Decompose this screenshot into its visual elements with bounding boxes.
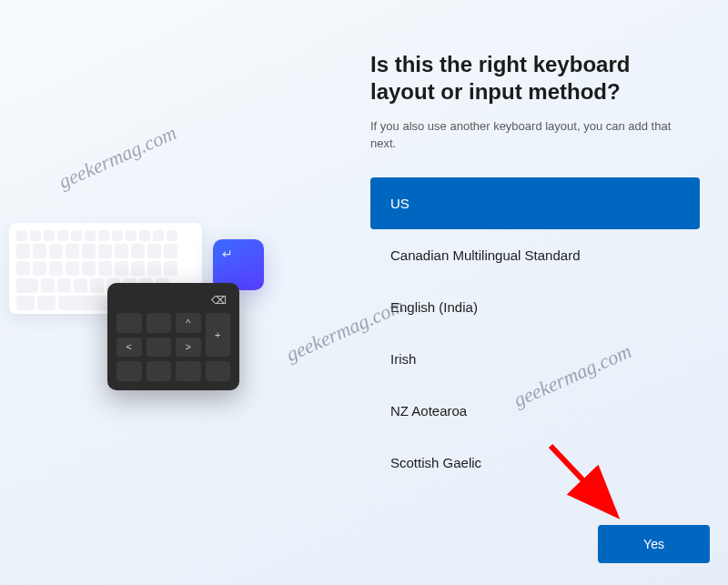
layout-option-label: US — [390, 196, 410, 211]
page-title: Is this the right keyboard layout or inp… — [370, 51, 700, 106]
layout-option-english-india[interactable]: English (India) — [370, 281, 700, 333]
watermark: geekermag.com — [56, 121, 180, 194]
layout-option-scottish-gaelic[interactable]: Scottish Gaelic — [370, 437, 700, 489]
layout-option-irish[interactable]: Irish — [370, 333, 700, 385]
backspace-icon: ⌫ — [211, 294, 227, 307]
yes-button[interactable]: Yes — [598, 525, 710, 563]
illustration-dark-numpad: ⌫ ^+ <> — [107, 283, 239, 390]
keyboard-illustration: ↵ ⌫ ^+ <> — [9, 223, 273, 405]
layout-option-label: NZ Aotearoa — [390, 403, 467, 419]
layout-option-canadian-multilingual[interactable]: Canadian Multilingual Standard — [370, 229, 700, 281]
enter-icon: ↵ — [222, 247, 233, 261]
page-subtitle: If you also use another keyboard layout,… — [370, 118, 700, 153]
layout-option-label: Irish — [390, 351, 416, 367]
layout-option-label: English (India) — [390, 299, 478, 315]
keyboard-layout-list[interactable]: US Canadian Multilingual Standard Englis… — [370, 177, 700, 505]
layout-option-us[interactable]: US — [370, 177, 700, 229]
layout-option-label: Canadian Multilingual Standard — [390, 247, 580, 263]
layout-option-nz-aotearoa[interactable]: NZ Aotearoa — [370, 385, 700, 437]
layout-option-label: Scottish Gaelic — [390, 455, 481, 470]
